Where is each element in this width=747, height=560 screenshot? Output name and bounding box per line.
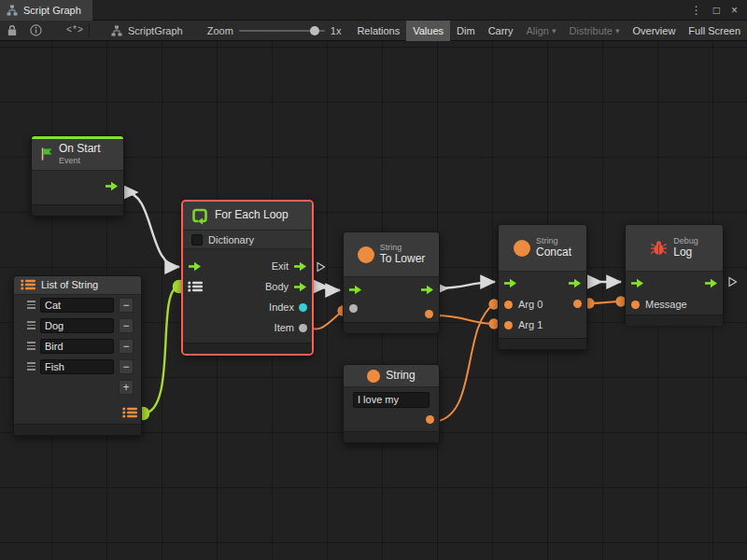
flow-output-port[interactable] [704,278,718,288]
node-footer [344,431,439,442]
message-input-port[interactable] [631,301,640,309]
node-debug-log[interactable]: Debug Log Message [625,224,724,322]
node-for-each-loop[interactable]: For Each Loop Dictionary Exit [182,201,313,355]
add-item-button[interactable]: + [119,380,134,395]
result-output-port[interactable] [573,300,582,308]
remove-item-button[interactable]: − [119,318,134,333]
debug-flow-row [626,272,723,294]
wire-string-to-arg0[interactable] [431,304,494,422]
script-graph-asset-icon [110,25,123,36]
body-output-port[interactable] [293,282,307,292]
wire-list-to-foreach[interactable] [143,287,179,413]
node-string-literal[interactable]: String [343,364,440,443]
string-output-port[interactable] [426,415,434,424]
wire-body-to-tolower[interactable] [315,287,340,290]
list-header[interactable]: List of String [14,276,141,295]
string-value-input[interactable] [353,392,430,408]
relations-button[interactable]: Relations [350,21,406,41]
flow-input-port[interactable] [348,285,362,295]
dictionary-option-row: Dictionary [183,231,312,249]
align-dropdown[interactable]: Align ▾ [520,21,563,41]
debug-header[interactable]: Debug Log [626,225,723,272]
list-item-input[interactable] [40,359,114,374]
result-output-port[interactable] [425,310,433,318]
graph-canvas[interactable]: On Start Event List of String [0,41,747,560]
on-start-header[interactable]: On Start Event [32,139,123,171]
remove-item-button[interactable]: − [119,339,134,354]
wire-concat-to-message[interactable] [589,301,621,303]
exit-output-port[interactable] [293,261,307,272]
fullscreen-button[interactable]: Full Screen [682,21,747,41]
values-button[interactable]: Values [406,21,450,41]
string-unit-icon [514,240,530,257]
node-on-start[interactable]: On Start Event [31,135,124,217]
list-item-input[interactable] [40,318,114,333]
distribute-dropdown[interactable]: Distribute ▾ [563,21,627,41]
flow-input-port[interactable] [630,278,644,288]
wire-tolower-to-concat-flow[interactable] [435,282,495,288]
for-each-header[interactable]: For Each Loop [183,202,312,231]
zoom-value: 1x [331,25,342,36]
list-output-port-icon[interactable] [122,407,137,418]
list-item-input[interactable] [40,339,114,354]
window-close-icon[interactable]: × [731,4,738,17]
carry-button[interactable]: Carry [482,21,520,41]
dictionary-checkbox[interactable] [191,234,203,245]
node-title: For Each Loop [215,209,289,222]
arg0-label: Arg 0 [518,299,543,310]
drag-handle-icon[interactable] [27,342,35,350]
align-label: Align [527,25,549,36]
flow-input-port[interactable] [503,278,517,288]
remove-item-button[interactable]: − [119,298,134,313]
drag-handle-icon[interactable] [27,362,35,371]
node-concat[interactable]: String Concat Arg 0 Arg 1 [498,224,587,350]
item-output-port[interactable] [299,324,307,332]
dictionary-label: Dictionary [208,234,254,245]
exit-port-stub-icon [317,263,325,272]
flow-input-port[interactable] [188,261,202,272]
node-list-of-string[interactable]: List of String − − − − + [13,275,142,436]
node-title: Concat [536,246,571,259]
exit-port-row: Exit [183,256,312,276]
flow-output-port[interactable] [420,285,434,295]
concat-header[interactable]: String Concat [499,225,586,272]
string-literal-header[interactable]: String [344,365,439,387]
dim-button[interactable]: Dim [450,21,482,41]
arg0-input-port[interactable] [504,301,513,309]
graph-icon [6,5,19,16]
node-title: On Start [59,143,101,156]
window-menu-icon[interactable]: ⋮ [691,4,702,17]
remove-item-button[interactable]: − [119,359,134,374]
lock-icon[interactable] [7,24,18,36]
flow-output-port[interactable] [105,181,119,191]
code-toggle-icon[interactable]: <*> [66,25,83,35]
tab-script-graph[interactable]: Script Graph [0,0,92,21]
node-footer [499,338,586,349]
window-maximize-icon[interactable]: □ [713,4,720,17]
node-to-lower[interactable]: String To Lower [343,231,440,331]
wire-item-to-tolower-input[interactable] [308,311,343,329]
wire-onstart-to-foreach[interactable] [125,192,179,267]
list-input-port-icon[interactable] [188,281,203,292]
string-input-port[interactable] [349,304,358,313]
overview-button[interactable]: Overview [627,21,683,41]
flow-output-port[interactable] [568,278,582,288]
zoom-slider[interactable] [239,21,325,41]
wire-tolower-to-arg1[interactable] [435,315,494,324]
item-port-label: Item [275,322,294,333]
arg1-input-port[interactable] [504,321,513,329]
graph-name-label: ScriptGraph [128,25,183,36]
to-lower-header[interactable]: String To Lower [344,232,439,277]
on-start-output-row [32,176,123,197]
zoom-slider-knob[interactable] [310,26,319,35]
node-footer [14,424,141,435]
message-label: Message [645,299,687,310]
index-output-port[interactable] [299,303,307,312]
string-unit-icon [358,246,374,263]
drag-handle-icon[interactable] [27,301,35,309]
drag-handle-icon[interactable] [27,321,35,329]
message-port-row: Message [626,294,723,315]
loop-icon [190,206,209,225]
list-item-input[interactable] [40,298,114,313]
info-icon[interactable] [30,24,42,36]
